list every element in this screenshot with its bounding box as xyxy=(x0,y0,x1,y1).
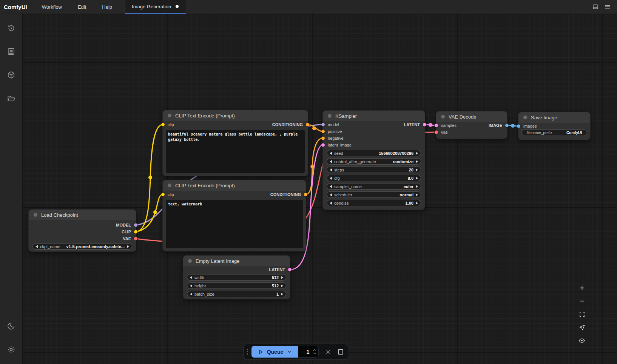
output-port-vae[interactable] xyxy=(134,237,137,241)
output-port-latent[interactable] xyxy=(288,268,292,271)
output-port-image[interactable] xyxy=(505,124,509,127)
output-port-latent[interactable] xyxy=(423,123,426,126)
output-port-model[interactable] xyxy=(134,224,137,227)
widget-control-after-generate[interactable]: control_after_generate randomize xyxy=(327,158,421,165)
widget-prev-icon[interactable] xyxy=(330,193,332,196)
node-title-bar[interactable]: Save Image xyxy=(518,112,590,123)
widget-prev-icon[interactable] xyxy=(330,168,332,171)
node-title-bar[interactable]: Load Checkpoint xyxy=(29,210,136,220)
widget-next-icon[interactable] xyxy=(416,152,418,155)
widget-prev-icon[interactable] xyxy=(190,276,192,279)
output-port-clip[interactable] xyxy=(134,230,137,234)
widget-next-icon[interactable] xyxy=(281,293,283,296)
drag-handle[interactable] xyxy=(247,349,248,355)
menu-help[interactable]: Help xyxy=(94,0,120,14)
input-port-latent-image[interactable] xyxy=(321,143,325,147)
widget-next-icon[interactable] xyxy=(416,202,418,205)
widget-height[interactable]: height 512 xyxy=(187,282,286,289)
prompt-textarea[interactable]: text, watermark xyxy=(166,200,303,248)
output-port-conditioning[interactable] xyxy=(304,193,307,196)
node-title-bar[interactable]: VAE Decode xyxy=(436,111,507,122)
input-port-negative[interactable] xyxy=(321,137,325,140)
node-empty-latent-image[interactable]: Empty Latent Image LATENT width 512 heig… xyxy=(183,256,290,299)
input-port-samples[interactable] xyxy=(435,124,438,127)
node-clip-text-encode-negative[interactable]: CLIP Text Encode (Prompt) clip CONDITION… xyxy=(163,180,306,251)
widget-next-icon[interactable] xyxy=(416,185,418,188)
widget-next-icon[interactable] xyxy=(416,168,418,171)
stop-icon[interactable] xyxy=(338,349,343,355)
widget-next-icon[interactable] xyxy=(416,160,418,163)
node-collapse-dot[interactable] xyxy=(34,213,37,217)
workflows-folder-icon[interactable] xyxy=(0,89,22,107)
node-clip-text-encode-positive[interactable]: CLIP Text Encode (Prompt) clip CONDITION… xyxy=(163,110,308,176)
select-mode-icon[interactable] xyxy=(578,324,585,331)
input-port-clip[interactable] xyxy=(161,193,165,196)
theme-toggle-moon-icon[interactable] xyxy=(0,317,22,335)
clear-queue-icon[interactable] xyxy=(325,349,331,355)
node-title-bar[interactable]: KSampler xyxy=(323,111,425,121)
stepper-up-icon[interactable] xyxy=(313,349,316,351)
zoom-out-icon[interactable] xyxy=(578,298,585,304)
widget-prev-icon[interactable] xyxy=(330,152,332,155)
widget-next-icon[interactable] xyxy=(127,245,129,248)
node-collapse-dot[interactable] xyxy=(168,114,171,117)
queue-log-icon[interactable] xyxy=(0,43,22,60)
prompt-textarea[interactable]: beautiful scenery nature glass bottle la… xyxy=(166,130,305,173)
stepper-down-icon[interactable] xyxy=(313,352,316,355)
node-collapse-dot[interactable] xyxy=(168,184,171,187)
node-collapse-dot[interactable] xyxy=(441,115,445,119)
hamburger-menu-icon[interactable] xyxy=(604,3,611,10)
widget-next-icon[interactable] xyxy=(281,284,283,287)
widget-ckpt-name[interactable]: ckpt_name v1-5-pruned-emaonly.safete... xyxy=(32,243,132,250)
node-title-bar[interactable]: Empty Latent Image xyxy=(183,256,290,266)
node-vae-decode[interactable]: VAE Decode samples IMAGE vae xyxy=(436,111,507,139)
queue-button[interactable]: Queue xyxy=(251,346,298,358)
node-title-bar[interactable]: CLIP Text Encode (Prompt) xyxy=(163,180,306,191)
input-port-clip[interactable] xyxy=(161,123,165,126)
widget-steps[interactable]: steps 20 xyxy=(327,167,421,173)
widget-scheduler[interactable]: scheduler normal xyxy=(327,191,421,198)
widget-sampler-name[interactable]: sampler_name euler xyxy=(327,183,421,190)
unsaved-dot-icon[interactable] xyxy=(176,5,179,8)
widget-next-icon[interactable] xyxy=(416,177,418,180)
node-ksampler[interactable]: KSampler model LATENT positive negative … xyxy=(323,111,425,210)
widget-prev-icon[interactable] xyxy=(330,177,332,180)
widget-width[interactable]: width 512 xyxy=(187,274,286,281)
widget-prev-icon[interactable] xyxy=(190,284,192,287)
menu-edit[interactable]: Edit xyxy=(70,0,94,14)
settings-gear-icon[interactable] xyxy=(0,341,22,358)
widget-batch-size[interactable]: batch_size 1 xyxy=(187,291,286,297)
widget-denoise[interactable]: denoise 1.00 xyxy=(327,200,421,206)
widget-next-icon[interactable] xyxy=(281,276,283,279)
chevron-down-icon[interactable] xyxy=(287,349,292,354)
widget-prev-icon[interactable] xyxy=(330,160,332,163)
widget-next-icon[interactable] xyxy=(416,193,418,196)
node-library-icon[interactable] xyxy=(0,66,22,83)
input-port-model[interactable] xyxy=(321,123,325,126)
widget-prev-icon[interactable] xyxy=(330,202,332,205)
node-collapse-dot[interactable] xyxy=(328,114,332,118)
widget-cfg[interactable]: cfg 8.0 xyxy=(327,175,421,181)
batch-count-input[interactable]: 1 xyxy=(298,346,319,358)
node-collapse-dot[interactable] xyxy=(188,259,192,263)
output-port-conditioning[interactable] xyxy=(306,123,309,126)
input-port-positive[interactable] xyxy=(321,130,325,133)
widget-prev-icon[interactable] xyxy=(190,293,192,296)
menu-workflow[interactable]: Workflow xyxy=(34,0,70,14)
node-title-bar[interactable]: CLIP Text Encode (Prompt) xyxy=(163,110,308,121)
node-load-checkpoint[interactable]: Load Checkpoint MODEL CLIP VAE ckpt_name… xyxy=(29,210,136,251)
widget-seed[interactable]: seed 156680208700286 xyxy=(327,150,421,156)
node-save-image[interactable]: Save Image images filename_prefix ComfyU… xyxy=(518,112,590,140)
toggle-link-visibility-eye-icon[interactable] xyxy=(578,337,585,344)
history-icon[interactable] xyxy=(0,19,22,37)
fit-view-icon[interactable] xyxy=(578,311,585,318)
widget-prev-icon[interactable] xyxy=(35,245,38,248)
toggle-bottom-panel-icon[interactable] xyxy=(592,3,599,10)
input-port-vae[interactable] xyxy=(435,131,438,134)
tab-image-generation[interactable]: Image Generation xyxy=(125,0,186,14)
zoom-in-icon[interactable] xyxy=(578,284,585,291)
widget-prev-icon[interactable] xyxy=(330,185,332,188)
input-port-images[interactable] xyxy=(517,125,520,128)
node-collapse-dot[interactable] xyxy=(523,116,527,119)
widget-filename-prefix[interactable]: filename_prefix ComfyUI xyxy=(521,130,587,136)
